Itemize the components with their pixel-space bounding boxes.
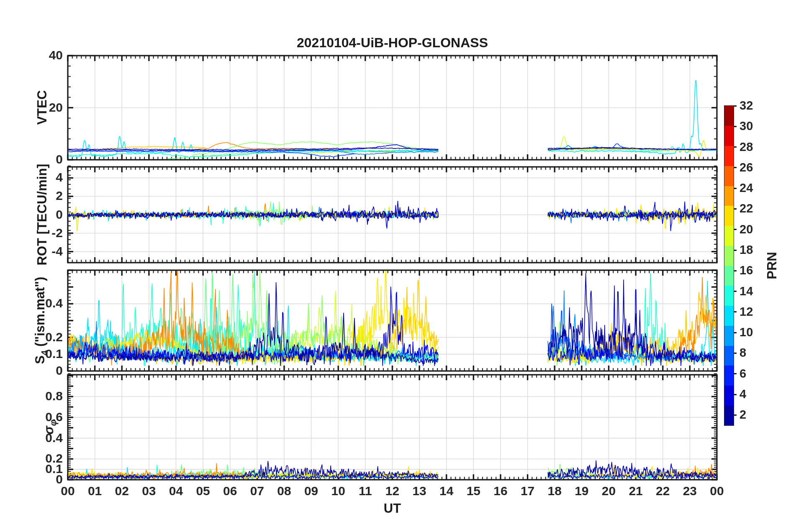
colorbar-tick bbox=[734, 229, 737, 230]
colorbar-tick bbox=[734, 126, 737, 127]
x-tick-label: 16 bbox=[486, 484, 515, 498]
x-tick-label: 23 bbox=[675, 484, 704, 498]
x-tick-label: 18 bbox=[540, 484, 569, 498]
y-tick-label-rot: -2 bbox=[12, 226, 63, 240]
colorbar-tick bbox=[734, 373, 737, 374]
y-tick-label-sigma_phi: 0.2 bbox=[12, 451, 63, 466]
colorbar-label: PRN bbox=[765, 252, 780, 279]
x-tick-label: 02 bbox=[107, 484, 136, 498]
colorbar-tick bbox=[734, 105, 737, 107]
colorbar-frame bbox=[724, 105, 734, 426]
x-tick-label: 22 bbox=[648, 484, 678, 498]
colorbar-tick-label: 24 bbox=[740, 181, 753, 195]
colorbar-tick-label: 20 bbox=[740, 223, 753, 236]
x-axis-label: UT bbox=[68, 501, 717, 516]
y-tick-label-s4: 0.1 bbox=[12, 347, 63, 361]
colorbar-tick-label: 22 bbox=[740, 202, 753, 215]
colorbar-tick bbox=[734, 291, 737, 292]
colorbar-tick-label: 4 bbox=[740, 387, 746, 401]
y-tick-label-s4: 0.2 bbox=[12, 330, 63, 344]
y-tick-label-rot: 0 bbox=[12, 207, 63, 222]
colorbar-tick bbox=[734, 414, 737, 416]
colorbar-tick bbox=[734, 188, 737, 189]
x-tick-label: 21 bbox=[621, 484, 650, 498]
x-tick-label: 12 bbox=[378, 484, 407, 498]
y-tick-label-vtec: 40 bbox=[12, 48, 63, 62]
chart-canvas bbox=[0, 0, 796, 532]
x-tick-label: 13 bbox=[405, 484, 434, 498]
colorbar-tick bbox=[734, 311, 737, 312]
y-tick-label-vtec: 0 bbox=[12, 152, 63, 166]
y-tick-label-sigma_phi: 0.8 bbox=[12, 389, 63, 403]
figure: 20210104-UiB-HOP-GLONASS VTEC ROT [TECU/… bbox=[0, 0, 796, 532]
colorbar-tick bbox=[734, 146, 737, 148]
colorbar-tick-label: 12 bbox=[740, 305, 753, 319]
colorbar-tick-label: 6 bbox=[740, 367, 746, 381]
x-tick-label: 05 bbox=[188, 484, 218, 498]
chart-title: 20210104-UiB-HOP-GLONASS bbox=[68, 35, 717, 51]
x-tick-label: 20 bbox=[594, 484, 624, 498]
colorbar-tick bbox=[734, 250, 737, 251]
x-tick-label: 08 bbox=[270, 484, 299, 498]
colorbar-tick bbox=[734, 208, 737, 210]
colorbar-tick bbox=[734, 332, 737, 333]
x-tick-label: 06 bbox=[216, 484, 245, 498]
colorbar-tick-label: 16 bbox=[740, 263, 753, 277]
colorbar-tick-label: 26 bbox=[740, 161, 753, 174]
x-tick-label: 01 bbox=[80, 484, 110, 498]
y-tick-label-s4: 0.4 bbox=[12, 296, 63, 310]
y-tick-label-vtec: 20 bbox=[12, 100, 63, 115]
x-tick-label: 09 bbox=[297, 484, 326, 498]
x-tick-label: 11 bbox=[351, 484, 380, 498]
x-tick-label: 04 bbox=[162, 484, 191, 498]
colorbar-tick bbox=[734, 394, 737, 395]
y-tick-label-sigma_phi: 0.6 bbox=[12, 410, 63, 424]
x-tick-label: 17 bbox=[513, 484, 542, 498]
x-tick-label: 15 bbox=[459, 484, 488, 498]
colorbar-tick-label: 14 bbox=[740, 284, 753, 298]
y-tick-label-rot: 2 bbox=[12, 189, 63, 203]
colorbar-tick-label: 18 bbox=[740, 243, 753, 257]
colorbar-tick-label: 2 bbox=[740, 408, 746, 422]
colorbar-tick bbox=[734, 353, 737, 354]
colorbar-tick-label: 10 bbox=[740, 325, 753, 339]
colorbar-tick-label: 30 bbox=[740, 119, 753, 133]
x-tick-label: 19 bbox=[567, 484, 596, 498]
colorbar-tick bbox=[734, 167, 737, 168]
colorbar-tick-label: 28 bbox=[740, 140, 753, 154]
colorbar-tick bbox=[734, 270, 737, 271]
x-tick-label: 10 bbox=[324, 484, 353, 498]
x-tick-label: 14 bbox=[432, 484, 461, 498]
colorbar-tick-label: 8 bbox=[740, 346, 746, 360]
y-tick-label-rot: -4 bbox=[12, 244, 63, 258]
y-tick-label-s4: 0 bbox=[12, 363, 63, 378]
colorbar-tick-label: 32 bbox=[740, 99, 753, 113]
x-tick-label: 00 bbox=[53, 484, 82, 498]
x-tick-label: 03 bbox=[134, 484, 164, 498]
y-tick-label-sigma_phi: 0.4 bbox=[12, 431, 63, 445]
y-tick-label-rot: 4 bbox=[12, 170, 63, 184]
x-tick-label: 00 bbox=[702, 484, 732, 498]
x-tick-label: 07 bbox=[242, 484, 272, 498]
